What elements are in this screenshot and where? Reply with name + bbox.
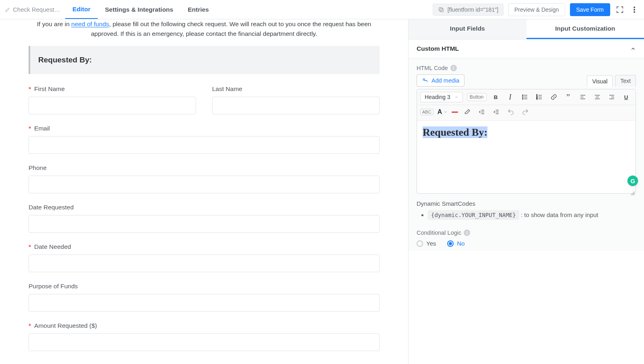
resize-handle-icon[interactable]: ◢: [630, 189, 635, 196]
section-header-requested-by[interactable]: Requested By:: [29, 46, 380, 74]
grammarly-badge-icon[interactable]: G: [627, 176, 638, 186]
svg-point-6: [522, 95, 523, 95]
indent-icon: [493, 108, 500, 116]
info-icon[interactable]: i: [450, 65, 457, 71]
field-phone[interactable]: Phone: [29, 164, 380, 193]
clear-format-button[interactable]: [462, 107, 473, 117]
chevron-up-icon: [630, 46, 636, 52]
format-dropdown[interactable]: Heading 3: [420, 92, 463, 102]
chevron-down-icon: [444, 110, 448, 114]
spellcheck-button[interactable]: ABC: [420, 109, 433, 115]
svg-point-10: [522, 98, 523, 99]
underline-button[interactable]: U: [621, 92, 632, 102]
blockquote-button[interactable]: ”: [563, 92, 574, 102]
link-button[interactable]: [549, 92, 559, 102]
radio-yes[interactable]: Yes: [417, 240, 436, 247]
align-right-icon: [608, 93, 615, 101]
field-purpose[interactable]: Purpose of Funds: [29, 283, 380, 312]
intro-link[interactable]: need of funds: [71, 21, 109, 27]
label-email-text: Email: [34, 125, 50, 132]
radio-no-label: No: [457, 240, 464, 247]
tab-input-customization[interactable]: Input Customization: [526, 19, 644, 39]
tab-input-fields[interactable]: Input Fields: [409, 19, 526, 39]
radio-no[interactable]: No: [447, 240, 464, 247]
required-star: *: [29, 125, 31, 132]
field-date-requested[interactable]: Date Requested: [29, 204, 380, 233]
input-amount[interactable]: [29, 333, 380, 351]
smartcode-chip[interactable]: {dynamic.YOUR_INPUT_NAME}: [428, 210, 519, 220]
field-last-name[interactable]: Last Name: [212, 85, 380, 114]
svg-rect-0: [440, 8, 443, 12]
redo-button[interactable]: [520, 107, 530, 117]
label-amount: *Amount Requested ($): [29, 322, 380, 329]
label-date-requested-text: Date Requested: [29, 204, 74, 211]
field-date-needed[interactable]: *Date Needed: [29, 243, 380, 272]
required-star: *: [29, 322, 31, 329]
italic-button[interactable]: I: [505, 92, 516, 102]
indent-button[interactable]: [491, 107, 502, 117]
html-code-label: HTML Code: [417, 65, 448, 71]
rte-toolbar-2: ABC A: [417, 105, 636, 121]
fullscreen-button[interactable]: [615, 5, 625, 14]
input-date-needed[interactable]: [29, 254, 380, 272]
required-star: *: [29, 243, 31, 250]
radio-icon: [417, 240, 423, 247]
undo-icon: [507, 108, 514, 116]
align-center-icon: [594, 93, 601, 101]
smartcodes-label: Dynamic SmartCodes: [417, 200, 636, 207]
align-left-button[interactable]: [578, 92, 588, 102]
tab-editor[interactable]: Editor: [65, 0, 98, 19]
format-dropdown-label: Heading 3: [425, 94, 450, 100]
rte-content[interactable]: Requested By: G ◢: [417, 121, 636, 193]
doc-title[interactable]: Check Request F...: [5, 6, 65, 13]
field-email[interactable]: *Email: [29, 125, 380, 154]
rte-selected-text[interactable]: Requested By:: [423, 126, 487, 138]
input-last-name[interactable]: [212, 97, 380, 114]
required-star: *: [29, 85, 31, 93]
app-body: If you are in need of funds, please fill…: [0, 19, 644, 364]
conditional-logic-radios: Yes No: [417, 240, 636, 247]
conditional-logic-label: Conditional Logic: [417, 230, 461, 236]
label-email: *Email: [29, 125, 380, 132]
intro-rest: , please fill out the following check re…: [91, 21, 371, 37]
info-icon[interactable]: i: [464, 230, 470, 236]
undo-button[interactable]: [506, 107, 516, 117]
field-amount[interactable]: *Amount Requested ($): [29, 322, 380, 351]
shortcode-chip[interactable]: [fluentform id="181"]: [433, 4, 504, 16]
input-first-name[interactable]: [29, 97, 196, 114]
tab-settings-integrations[interactable]: Settings & Integrations: [98, 0, 181, 19]
input-purpose[interactable]: [29, 294, 380, 312]
smartcode-item: {dynamic.YOUR_INPUT_NAME} : to show data…: [428, 210, 636, 220]
smartcodes-section: Dynamic SmartCodes {dynamic.YOUR_INPUT_N…: [417, 200, 636, 220]
align-right-button[interactable]: [607, 92, 617, 102]
redo-icon: [522, 108, 529, 116]
input-email[interactable]: [29, 136, 380, 154]
form-canvas-scroll[interactable]: If you are in need of funds, please fill…: [0, 19, 408, 364]
field-first-name[interactable]: *First Name: [29, 85, 196, 114]
input-phone[interactable]: [29, 176, 380, 193]
svg-text:3: 3: [536, 97, 537, 100]
numbered-list-button[interactable]: 123: [534, 92, 545, 102]
insert-button-tag[interactable]: Button: [467, 93, 487, 101]
more-menu-button[interactable]: [630, 5, 639, 14]
preview-design-button[interactable]: Preview & Design: [508, 3, 565, 16]
bold-button[interactable]: B: [491, 92, 501, 102]
mode-text[interactable]: Text: [615, 75, 636, 87]
outdent-button[interactable]: [477, 107, 487, 117]
mode-visual[interactable]: Visual: [587, 75, 613, 87]
panel-head-custom-html[interactable]: Custom HTML: [409, 39, 644, 58]
bullet-list-button[interactable]: [520, 92, 530, 102]
svg-point-3: [634, 9, 635, 10]
add-media-button[interactable]: Add media: [417, 74, 464, 87]
svg-point-5: [423, 79, 425, 80]
input-date-requested[interactable]: [29, 215, 380, 233]
radio-yes-label: Yes: [426, 240, 436, 247]
rich-text-editor: Heading 3 Button B I 123 ” U ABC: [417, 89, 636, 194]
align-center-button[interactable]: [592, 92, 603, 102]
tab-entries[interactable]: Entries: [180, 0, 216, 19]
doc-title-text: Check Request F...: [13, 6, 61, 13]
intro-prefix: If you are in: [37, 21, 71, 27]
text-color-button[interactable]: A: [438, 108, 448, 116]
save-form-button[interactable]: Save Form: [570, 3, 610, 16]
panel-title: Custom HTML: [417, 45, 459, 52]
